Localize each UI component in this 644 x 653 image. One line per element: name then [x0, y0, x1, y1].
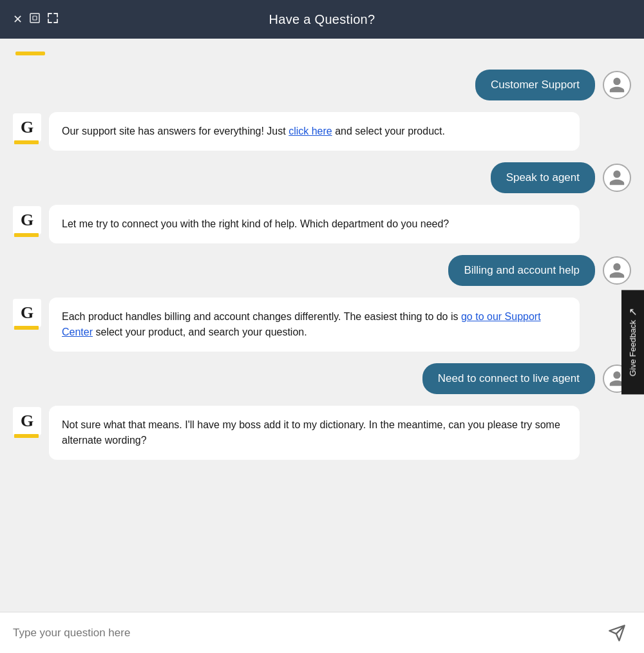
feedback-label: Give Feedback [628, 320, 638, 376]
chat-header: ✕ Have a Question? [0, 0, 644, 39]
user-message: Billing and account help [13, 255, 631, 286]
bot-message: G Each product handles billing and accou… [13, 298, 580, 352]
svg-rect-0 [30, 14, 39, 23]
bot-text-after: select your product, and search your que… [93, 326, 307, 337]
bot-logo: G [21, 119, 33, 136]
header-controls: ✕ [13, 12, 59, 27]
chat-input[interactable] [13, 627, 603, 639]
input-area [0, 612, 644, 653]
bot-logo: G [21, 413, 33, 430]
feedback-cursor-icon: ↗ [627, 308, 639, 316]
bot-logo: G [21, 305, 33, 321]
bot-avatar: G [13, 113, 41, 142]
bot-avatar: G [13, 206, 41, 234]
bot-avatar: G [13, 407, 41, 435]
feedback-tab[interactable]: Give Feedback ↗ [621, 290, 644, 394]
user-avatar [603, 256, 631, 285]
user-avatar [603, 164, 631, 192]
bot-bubble: Each product handles billing and account… [49, 298, 580, 352]
minimize-icon[interactable] [29, 12, 41, 27]
user-bubble: Need to connect to live agent [422, 363, 595, 394]
top-decoration [15, 52, 45, 55]
bot-bubble: Our support site has answers for everyth… [49, 112, 580, 151]
bot-text-after: and select your product. [332, 126, 445, 137]
send-button[interactable] [603, 619, 631, 647]
bot-avatar: G [13, 299, 41, 327]
user-bubble: Speak to agent [491, 162, 595, 193]
expand-icon[interactable] [47, 12, 59, 27]
bot-text-before: Each product handles billing and account… [62, 311, 461, 322]
user-message: Need to connect to live agent [13, 363, 631, 394]
bot-message: G Not sure what that means. I'll have my… [13, 406, 580, 460]
click-here-link[interactable]: click here [289, 126, 332, 137]
bot-logo: G [21, 212, 33, 229]
bot-bubble: Not sure what that means. I'll have my b… [49, 406, 580, 460]
svg-rect-1 [33, 16, 37, 20]
user-bubble: Billing and account help [448, 255, 595, 286]
user-message: Customer Support [13, 70, 631, 100]
chat-area: Give Feedback ↗ Customer Support G Our s… [0, 39, 644, 612]
user-bubble: Customer Support [475, 70, 595, 100]
header-title: Have a Question? [269, 12, 375, 27]
user-message: Speak to agent [13, 162, 631, 193]
bot-bubble: Let me try to connect you with the right… [49, 205, 580, 243]
user-avatar [603, 71, 631, 99]
close-icon[interactable]: ✕ [13, 12, 23, 26]
bot-message: G Our support site has answers for every… [13, 112, 580, 151]
bot-message: G Let me try to connect you with the rig… [13, 205, 580, 243]
bot-text-before: Our support site has answers for everyth… [62, 126, 289, 137]
